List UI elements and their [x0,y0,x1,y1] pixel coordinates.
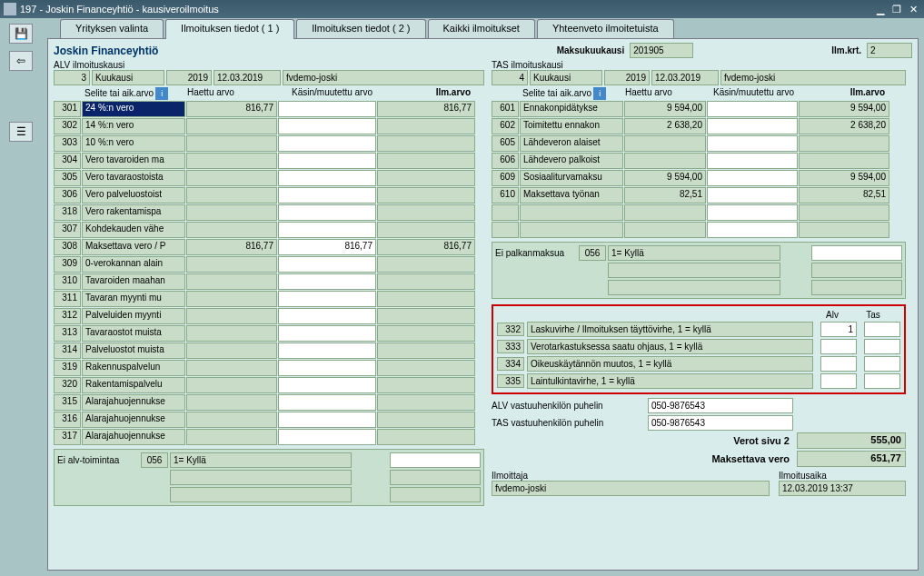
row-kasin[interactable] [707,118,798,134]
red-tas-input[interactable] [864,322,900,337]
table-row[interactable]: 314Palveluostot muista [54,343,484,359]
row-ilm [377,325,475,342]
tab-ilmoituksen-tiedot-2[interactable]: Ilmoituksen tiedot ( 2 ) [296,19,425,39]
list-icon[interactable]: ☰ [9,122,33,142]
red-tas-input[interactable] [864,339,900,354]
table-row[interactable]: 318Vero rakentamispa [54,204,484,221]
row-kasin[interactable] [278,222,376,238]
back-icon[interactable]: ⇦ [9,51,33,71]
table-row[interactable]: 30214 %:n vero [54,118,484,134]
row-kasin[interactable] [278,153,376,169]
red-alv-input[interactable] [820,356,857,372]
row-kasin[interactable] [278,291,376,307]
info-icon[interactable]: i [155,87,168,100]
row-kasin[interactable] [278,135,376,152]
row-desc: Toimitettu ennakon [520,118,623,134]
minimize-icon[interactable]: ▁ [873,3,888,15]
row-code: 606 [492,153,519,169]
aika-value: 12.03.2019 13:37 [779,481,906,496]
row-kasin[interactable] [278,187,376,204]
table-row[interactable]: 310Tavaroiden maahan [54,273,484,290]
row-haettu [186,256,277,273]
row-kasin[interactable] [278,412,376,428]
table-row[interactable]: 304Vero tavaroiden ma [54,153,484,169]
close-icon[interactable]: ✕ [906,3,920,15]
row-kasin[interactable] [278,343,376,359]
row-kasin[interactable] [278,325,376,342]
table-row[interactable]: 320Rakentamispalvelu [54,377,484,393]
table-row[interactable]: 311Tavaran myynti mu [54,291,484,307]
tas-vast-value[interactable]: 050-9876543 [648,415,793,431]
row-haettu [186,222,277,238]
row-desc: Vero rakentamispa [82,204,185,221]
row-kasin[interactable] [278,360,376,376]
table-row[interactable]: 601Ennakonpidätykse9 594,009 594,00 [492,101,906,117]
table-row[interactable]: 305Vero tavaraostoista [54,170,484,186]
info-icon[interactable]: i [593,87,606,100]
table-row[interactable]: 30310 %:n vero [54,135,484,152]
row-ilm [799,222,889,238]
table-row[interactable]: 605Lähdeveron alaiset [492,135,906,152]
row-kasin[interactable] [278,118,376,134]
row-kasin[interactable] [278,101,376,117]
table-row[interactable]: 316Alarajahuojennukse [54,412,484,428]
table-row[interactable]: 606Lähdevero palkoist [492,153,906,169]
row-desc: Palveluiden myynti [82,308,185,324]
tab-yhteenveto[interactable]: Yhteenveto ilmoitetuista [537,19,674,39]
row-kasin[interactable] [707,135,798,152]
red-alv-input[interactable]: 1 [820,322,857,337]
table-row[interactable]: 308Maksettava vero / P816,77816,77816,77 [54,239,484,255]
table-row[interactable]: 30124 %:n vero816,77816,77 [54,101,484,117]
alv-vast-value[interactable]: 050-9876543 [648,398,793,413]
row-kasin[interactable] [707,204,798,221]
table-row[interactable]: 307Kohdekauden vähe [54,222,484,238]
row-kasin[interactable] [278,170,376,186]
row-kasin[interactable] [278,377,376,393]
table-row[interactable] [492,204,906,221]
row-code: 319 [54,360,81,376]
table-row[interactable]: 609Sosiaaliturvamaksu9 594,009 594,00 [492,170,906,186]
row-kasin[interactable] [278,273,376,290]
table-row[interactable]: 602Toimitettu ennakon2 638,202 638,20 [492,118,906,134]
row-kasin[interactable] [278,429,376,445]
table-row[interactable]: 315Alarajahuojennukse [54,394,484,411]
row-kasin[interactable] [278,308,376,324]
maximize-icon[interactable]: ❐ [889,3,904,15]
row-kasin[interactable] [707,170,798,186]
ei-palkka-input[interactable] [811,245,902,261]
table-row[interactable]: 312Palveluiden myynti [54,308,484,324]
row-haettu [624,222,706,238]
table-row[interactable]: 317Alarajahuojennukse [54,429,484,445]
table-row[interactable]: 319Rakennuspalvelun [54,360,484,376]
ei-alv-input[interactable] [390,452,481,468]
row-code: 304 [54,153,81,169]
ei-palkka-extra2v [811,280,902,295]
table-row[interactable] [492,222,906,238]
table-row[interactable]: 313Tavaraostot muista [54,325,484,342]
table-row[interactable]: 306Vero palveluostoist [54,187,484,204]
red-alv-input[interactable] [820,339,857,354]
row-kasin[interactable] [278,204,376,221]
tab-kaikki-ilmoitukset[interactable]: Kaikki ilmoitukset [428,19,535,39]
row-kasin[interactable] [707,153,798,169]
table-row[interactable]: 610Maksettava työnan82,5182,51 [492,187,906,204]
row-kasin[interactable] [278,394,376,411]
tab-ilmoituksen-tiedot-1[interactable]: Ilmoituksen tiedot ( 1 ) [165,19,294,39]
red-tas-input[interactable] [864,356,900,372]
row-ilm [377,360,475,376]
grid-tas: 601Ennakonpidätykse9 594,009 594,00602To… [492,101,906,238]
row-ilm [377,377,475,393]
row-ilm [377,222,475,238]
row-kasin[interactable] [707,222,798,238]
save-icon[interactable]: 💾 [9,24,33,44]
row-kasin[interactable] [707,187,798,204]
row-kasin[interactable]: 816,77 [278,239,376,255]
sum2-value: 651,77 [797,451,906,467]
table-row[interactable]: 3090-verokannan alain [54,256,484,273]
red-tas-input[interactable] [864,373,900,389]
red-alv-input[interactable] [820,373,857,389]
tab-yrityksen-valinta[interactable]: Yrityksen valinta [60,19,164,39]
row-desc: Ennakonpidätykse [520,101,623,117]
row-kasin[interactable] [278,256,376,273]
row-kasin[interactable] [707,101,798,117]
